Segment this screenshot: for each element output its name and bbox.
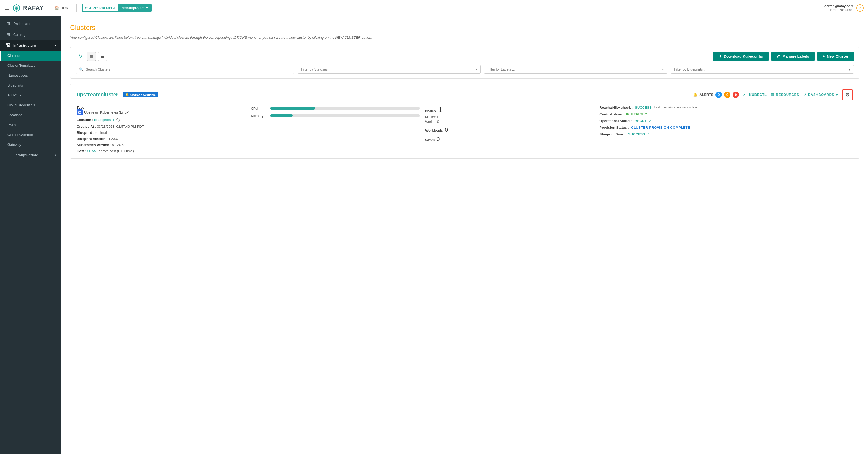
sidebar-item-label: Cluster Overrides xyxy=(7,133,34,137)
gear-icon: ⚙ xyxy=(845,92,849,98)
progress-section: CPU Memory xyxy=(251,105,420,118)
sidebar-item-blueprints[interactable]: Blueprints xyxy=(0,80,61,90)
sidebar-item-label: Clusters xyxy=(7,54,20,58)
reachability-detail: Last check-in a few seconds ago xyxy=(654,105,700,109)
detail-col-status: Reachability check : SUCCESS Last check-… xyxy=(599,105,853,153)
bell-icon: 🔔 xyxy=(125,93,129,96)
provision-value: CLUSTER PROVISION COMPLETE xyxy=(631,125,690,129)
chevron-down-icon: ▾ xyxy=(848,67,850,71)
sidebar-item-addons[interactable]: Add-Ons xyxy=(0,90,61,100)
navbar-right: darren@rafay.co ▾ Darren Yamasaki ? xyxy=(825,4,864,12)
alert-badge-blue: 0 xyxy=(715,92,722,98)
blueprint-sync-external-link-icon[interactable]: ↗ xyxy=(647,132,650,136)
detail-created: Created At : 03/23/2023, 02:57:40 PM PDT xyxy=(76,124,245,128)
filter-status-label: Filter by Statuses ... xyxy=(301,67,332,71)
blueprint-sync-label: Blueprint Sync : xyxy=(599,132,626,136)
user-info: darren@rafay.co ▾ Darren Yamasaki xyxy=(825,4,853,12)
memory-label: Memory xyxy=(251,114,267,118)
sidebar-main-section: ⊞ Dashboard ⊞ Catalog 🏗 Infrastructure ▾… xyxy=(0,16,61,162)
detail-col-resources: CPU Memory xyxy=(251,105,420,153)
page-description: Your configured Clusters are listed belo… xyxy=(70,35,860,40)
dropdown-arrow-icon: ▾ xyxy=(851,4,853,8)
sidebar-item-catalog[interactable]: ⊞ Catalog xyxy=(0,29,61,40)
sidebar-item-label: Infrastructure xyxy=(13,43,36,48)
created-label: Created At xyxy=(76,124,94,128)
scope-button[interactable]: SCOPE: PROJECT defaultproject ▾ xyxy=(82,4,152,12)
home-link[interactable]: 🏠 HOME xyxy=(55,6,71,10)
dashboard-icon: ⊞ xyxy=(5,21,11,26)
control-plane-row: Control plane : HEALTHY xyxy=(599,112,853,116)
search-input[interactable] xyxy=(86,67,291,71)
manage-labels-button[interactable]: 🏷 Manage Labels xyxy=(771,52,814,61)
alerts-label: ALERTS xyxy=(700,93,713,97)
operational-external-link-icon[interactable]: ↗ xyxy=(649,119,651,123)
workloads-row: Workloads 0 xyxy=(425,127,594,133)
alert-badge-orange: 0 xyxy=(724,92,731,98)
download-kubeconfig-button[interactable]: ⬇ Download Kubeconfig xyxy=(713,52,769,61)
list-view-button[interactable]: ☰ xyxy=(98,52,107,61)
dashboards-link[interactable]: ↗ DASHBOARDS ▾ xyxy=(803,93,838,97)
grid-view-button[interactable]: ▦ xyxy=(87,52,96,61)
refresh-button[interactable]: ↻ xyxy=(75,52,85,61)
operational-value: READY xyxy=(634,119,647,123)
sidebar-item-namespaces[interactable]: Namespaces xyxy=(0,70,61,80)
filter-labels-label: Filter by Labels ... xyxy=(488,67,515,71)
sidebar-item-gateway[interactable]: Gateway xyxy=(0,140,61,150)
rafay-logo-icon xyxy=(12,4,21,12)
download-kubeconfig-label: Download Kubeconfig xyxy=(724,54,763,59)
provision-row: Provision Status : CLUSTER PROVISION COM… xyxy=(599,125,853,129)
upgrade-badge[interactable]: 🔔 Upgrade Available xyxy=(123,92,158,97)
search-box[interactable]: 🔍 xyxy=(75,65,294,74)
kubectl-link[interactable]: >_ KUBECTL xyxy=(743,93,767,97)
sidebar-item-label: Blueprints xyxy=(7,83,23,87)
dashboards-label: DASHBOARDS xyxy=(808,93,834,97)
sidebar-item-psps[interactable]: PSPs xyxy=(0,120,61,130)
cpu-progress: CPU xyxy=(251,107,420,111)
toolbar-icons: ↻ ▦ ☰ xyxy=(75,52,107,61)
detail-k8s-version: Kubernetes Version : v1.24.6 xyxy=(76,143,245,147)
location-label: Location xyxy=(76,118,91,122)
type-label: Type xyxy=(76,105,84,110)
sidebar-item-cluster-overrides[interactable]: Cluster Overrides xyxy=(0,130,61,140)
sidebar-item-dashboard[interactable]: ⊞ Dashboard xyxy=(0,18,61,29)
sidebar-item-label: Gateway xyxy=(7,143,21,147)
search-icon: 🔍 xyxy=(79,67,84,71)
memory-progress: Memory xyxy=(251,114,420,118)
k8s-version-label: Kubernetes Version xyxy=(76,143,109,147)
workloads-label: Workloads xyxy=(425,128,443,132)
filter-blueprints-select[interactable]: Filter by Blueprints ... ▾ xyxy=(671,65,854,74)
download-icon: ⬇ xyxy=(718,54,722,59)
created-value: 03/23/2023, 02:57:40 PM PDT xyxy=(97,124,144,128)
cpu-fill xyxy=(270,107,315,110)
detail-location: Location : losangeles-us ⓘ xyxy=(76,118,245,122)
sidebar-item-label: Catalog xyxy=(13,33,25,37)
filter-labels-select[interactable]: Filter by Labels ... ▾ xyxy=(484,65,667,74)
kubectl-label: KUBECTL xyxy=(749,93,767,97)
health-dot xyxy=(626,113,629,115)
sidebar-item-locations[interactable]: Locations xyxy=(0,110,61,120)
cluster-card: upstreamcluster 🔔 Upgrade Available 🔔 AL… xyxy=(70,84,860,159)
type-value: K8 Upstream Kubernetes (Linux) xyxy=(76,110,245,115)
sidebar-item-backup-restore[interactable]: □ Backup/Restore › xyxy=(0,150,61,160)
menu-icon[interactable]: ☰ xyxy=(4,5,9,11)
alerts-section[interactable]: 🔔 ALERTS 0 0 0 xyxy=(693,92,739,98)
sidebar-item-clusters[interactable]: Clusters xyxy=(0,51,61,61)
filter-status-select[interactable]: Filter by Statuses ... ▾ xyxy=(298,65,481,74)
sidebar-item-cloud-credentials[interactable]: Cloud Credentials xyxy=(0,100,61,110)
sidebar-item-cluster-templates[interactable]: Cluster Templates xyxy=(0,61,61,70)
settings-button[interactable]: ⚙ xyxy=(842,89,853,100)
toolbar-top: ↻ ▦ ☰ ⬇ Download Kubeconfig 🏷 xyxy=(75,52,854,61)
reachability-label: Reachability check : xyxy=(599,105,633,110)
resources-link[interactable]: ▦ RESOURCES xyxy=(771,93,799,97)
cost-suffix: Today's cost (UTC time) xyxy=(97,149,134,153)
help-button[interactable]: ? xyxy=(856,4,864,12)
sidebar-item-label: Cloud Credentials xyxy=(7,103,35,107)
sidebar-item-infrastructure[interactable]: 🏗 Infrastructure ▾ xyxy=(0,40,61,51)
cluster-name[interactable]: upstreamcluster xyxy=(76,92,118,98)
k8s-version-value: v1.24.6 xyxy=(112,143,124,147)
cluster-details: Type : K8 Upstream Kubernetes (Linux) xyxy=(76,105,853,153)
manage-labels-label: Manage Labels xyxy=(782,54,809,59)
provision-label: Provision Status : xyxy=(599,125,629,129)
new-cluster-button[interactable]: + New Cluster xyxy=(817,52,854,61)
filter-blueprints-label: Filter by Blueprints ... xyxy=(674,67,707,71)
